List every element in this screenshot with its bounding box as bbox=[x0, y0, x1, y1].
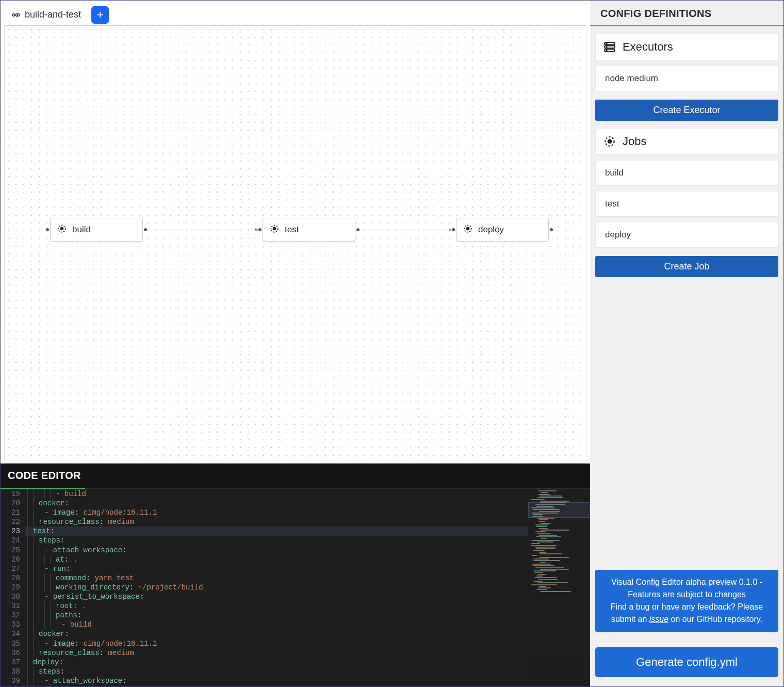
code-line[interactable]: - build bbox=[25, 489, 590, 499]
alpha-notice: Visual Config Editor alpha preview 0.1.0… bbox=[595, 570, 778, 632]
code-line[interactable]: command: yarn test bbox=[25, 573, 590, 583]
code-line[interactable]: steps: bbox=[25, 536, 590, 545]
code-line[interactable]: root: . bbox=[25, 601, 590, 611]
sidebar-header: CONFIG DEFINITIONS bbox=[590, 1, 783, 26]
job-item[interactable]: test bbox=[595, 191, 778, 217]
generate-config-button[interactable]: Generate config.yml bbox=[595, 647, 778, 677]
sidebar-title: CONFIG DEFINITIONS bbox=[600, 8, 773, 20]
node-label: test bbox=[285, 225, 299, 235]
executors-section-header[interactable]: Executors bbox=[595, 34, 778, 60]
code-line[interactable]: - attach_workspace: bbox=[25, 676, 590, 685]
code-lines[interactable]: - builddocker:- image: cimg/node:16.11.1… bbox=[25, 489, 590, 686]
code-line[interactable]: working_directory: ~/project/build bbox=[25, 583, 590, 592]
port-in[interactable] bbox=[258, 228, 262, 231]
code-line[interactable]: resource_class: medium bbox=[25, 648, 590, 658]
code-line[interactable]: - attach_workspace: bbox=[25, 546, 590, 555]
job-item[interactable]: build bbox=[595, 160, 778, 186]
plus-icon: + bbox=[97, 8, 104, 22]
port-in[interactable] bbox=[452, 228, 455, 231]
code-editor-title: CODE EDITOR bbox=[8, 470, 81, 482]
code-line[interactable]: - persist_to_workspace: bbox=[25, 592, 590, 601]
svg-point-3 bbox=[61, 227, 63, 230]
code-editor: CODE EDITOR 1920212223242526272829303132… bbox=[1, 464, 590, 686]
jobs-section-header[interactable]: Jobs bbox=[595, 128, 778, 155]
tab-label: build-and-test bbox=[25, 9, 81, 20]
code-editor-header: CODE EDITOR bbox=[1, 464, 590, 489]
code-line[interactable]: - image: cimg/node:16.11.1 bbox=[25, 508, 590, 517]
svg-point-12 bbox=[606, 46, 607, 47]
code-line[interactable]: paths: bbox=[25, 611, 590, 620]
server-icon bbox=[603, 40, 616, 54]
job-icon bbox=[269, 223, 280, 236]
add-tab-button[interactable]: + bbox=[91, 6, 109, 24]
svg-point-5 bbox=[273, 227, 276, 230]
job-item[interactable]: deploy bbox=[595, 222, 778, 248]
code-line[interactable]: - run: bbox=[25, 564, 590, 573]
job-icon bbox=[57, 223, 67, 236]
create-executor-button[interactable]: Create Executor bbox=[595, 100, 778, 121]
job-icon bbox=[463, 223, 473, 236]
code-line[interactable]: steps: bbox=[25, 667, 590, 676]
port-in[interactable] bbox=[46, 228, 49, 231]
issue-link[interactable]: issue bbox=[649, 615, 668, 624]
code-line[interactable]: deploy: bbox=[25, 658, 590, 667]
svg-point-13 bbox=[606, 50, 607, 51]
workflow-node-test[interactable]: test bbox=[263, 218, 355, 242]
create-job-button[interactable]: Create Job bbox=[595, 256, 778, 277]
code-editor-body[interactable]: 1920212223242526272829303132333435363738… bbox=[1, 489, 590, 686]
code-line[interactable]: docker: bbox=[25, 629, 590, 638]
svg-point-15 bbox=[608, 140, 612, 143]
node-label: deploy bbox=[478, 225, 504, 235]
code-line[interactable]: at: . bbox=[25, 555, 590, 564]
port-out[interactable] bbox=[550, 228, 553, 231]
code-line[interactable]: resource_class: medium bbox=[25, 517, 590, 526]
port-out[interactable] bbox=[144, 228, 147, 231]
svg-point-11 bbox=[606, 43, 607, 44]
code-line[interactable]: - image: cimg/node:16.11.1 bbox=[25, 639, 590, 648]
workflow-icon bbox=[11, 10, 21, 20]
svg-point-1 bbox=[17, 13, 20, 16]
sidebar: CONFIG DEFINITIONS Executors node medium… bbox=[590, 1, 783, 686]
svg-point-7 bbox=[467, 227, 469, 230]
executors-section-title: Executors bbox=[623, 40, 673, 54]
code-line[interactable]: test: bbox=[25, 526, 590, 536]
workflow-node-build[interactable]: build bbox=[50, 218, 143, 242]
jobs-section-title: Jobs bbox=[623, 135, 646, 148]
port-out[interactable] bbox=[356, 228, 360, 231]
line-gutter: 1920212223242526272829303132333435363738… bbox=[1, 489, 25, 686]
notice-line-1: Visual Config Editor alpha preview 0.1.0… bbox=[602, 576, 771, 601]
node-label: build bbox=[72, 225, 91, 235]
sidebar-content: Executors node medium Create Executor Jo… bbox=[590, 26, 783, 570]
notice-line-2: Find a bug or have any feedback? Please … bbox=[602, 601, 771, 626]
code-line[interactable]: - build bbox=[25, 620, 590, 629]
tab-bar: build-and-test + bbox=[1, 1, 590, 25]
tab-workflow[interactable]: build-and-test bbox=[4, 5, 88, 24]
job-icon bbox=[603, 135, 616, 148]
code-line[interactable]: docker: bbox=[25, 499, 590, 508]
workflow-node-deploy[interactable]: deploy bbox=[456, 218, 549, 242]
workflow-canvas[interactable]: build test deploy bbox=[4, 25, 586, 464]
executor-item[interactable]: node medium bbox=[595, 66, 778, 91]
